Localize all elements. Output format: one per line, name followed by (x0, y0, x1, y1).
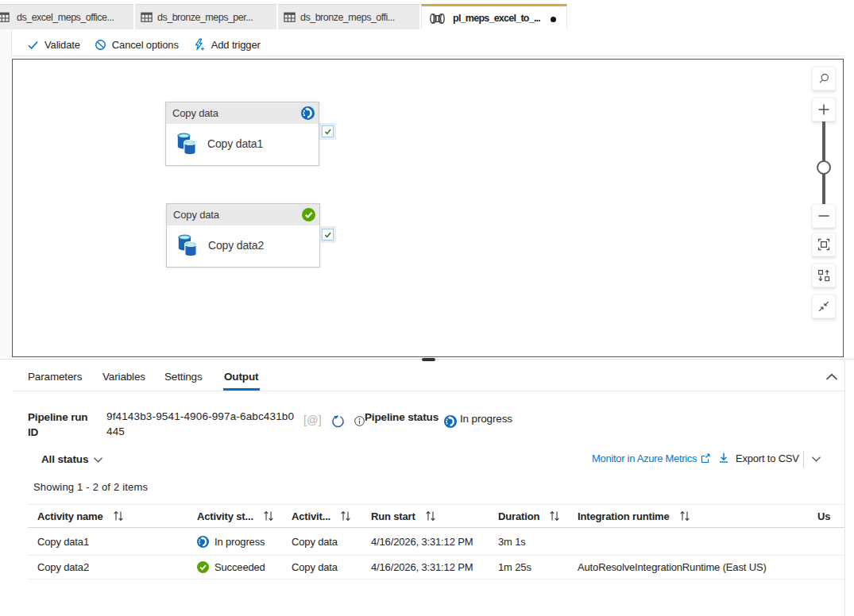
tab-label: ds_excel_meps_office... (17, 12, 114, 23)
tab-variables[interactable]: Variables (102, 371, 145, 383)
validate-button[interactable]: Validate (27, 39, 80, 51)
tab-label: pl_meps_excel_to_... (453, 13, 540, 24)
tab-pl-meps-excel-to-active[interactable]: pl_meps_excel_to_... (421, 4, 567, 30)
cell-activity-name[interactable]: Copy data2 (28, 561, 187, 573)
node-checkbox-copy-data2[interactable] (322, 229, 334, 241)
fit-to-screen-icon (817, 238, 830, 251)
node-body: Copy data2 (167, 225, 319, 267)
validate-check-icon (27, 39, 39, 51)
table-header-row: Activity name Activity st... Activit... … (28, 504, 844, 528)
activity-name-label: Copy data2 (208, 239, 264, 252)
sort-icon[interactable] (340, 510, 351, 522)
tab-ds-bronze-meps-offi[interactable]: ds_bronze_meps_offi... (278, 4, 419, 29)
zoom-in-button[interactable] (812, 98, 836, 121)
panel-right-border (844, 361, 845, 616)
dataset-table-icon (0, 11, 10, 24)
node-header: Copy data (167, 204, 319, 225)
tab-label: ds_bronze_meps_per... (157, 12, 253, 23)
in-progress-status-icon (197, 536, 209, 548)
panel-tabs-divider (12, 391, 844, 391)
status-filter-dropdown[interactable]: All status (41, 453, 88, 465)
zoom-out-button[interactable] (812, 204, 836, 228)
activity-node-copy-data1[interactable]: Copy data Copy data1 (165, 102, 319, 166)
trigger-bolt-icon (193, 38, 206, 52)
dataset-table-icon (141, 11, 153, 24)
copy-run-id-icon[interactable]: [@] (303, 414, 322, 426)
auto-align-icon (817, 269, 830, 282)
col-activity-name[interactable]: Activity name (28, 510, 187, 522)
checkbox-check-icon (324, 231, 332, 239)
refresh-icon[interactable] (331, 414, 345, 428)
copy-data-icon (177, 234, 197, 257)
fit-to-screen-button[interactable] (812, 233, 836, 256)
col-run-start[interactable]: Run start (361, 510, 489, 522)
col-user[interactable]: Us (808, 510, 844, 522)
external-link-icon (700, 453, 710, 464)
cell-integration-runtime: AutoResolveIntegrationRuntime (East US) (568, 561, 808, 573)
cell-activity-type: Copy data (282, 561, 361, 573)
pipeline-run-id-label: Pipeline run ID (28, 410, 95, 440)
cell-duration: 3m 1s (489, 536, 568, 548)
sort-icon[interactable] (679, 510, 690, 522)
cancel-options-button[interactable]: Cancel options (95, 39, 179, 51)
tab-ds-bronze-meps-per[interactable]: ds_bronze_meps_per... (135, 4, 276, 29)
node-body: Copy data1 (166, 124, 319, 165)
auto-align-button[interactable] (812, 264, 836, 287)
col-duration[interactable]: Duration (489, 510, 568, 522)
node-type-label: Copy data (173, 209, 219, 221)
sort-icon[interactable] (263, 510, 274, 522)
node-checkbox-copy-data1[interactable] (322, 125, 334, 137)
tab-parameters[interactable]: Parameters (28, 371, 82, 383)
search-icon (817, 72, 830, 85)
collapse-canvas-button[interactable] (812, 295, 836, 318)
tab-label: ds_bronze_meps_offi... (300, 12, 395, 23)
tab-settings[interactable]: Settings (164, 371, 203, 383)
zoom-slider-knob[interactable] (817, 160, 831, 175)
panel-collapse-chevron-up-icon[interactable] (825, 369, 839, 383)
info-icon (354, 416, 365, 426)
succeeded-status-icon (197, 561, 209, 573)
pipeline-status-label: Pipeline status (365, 411, 439, 423)
node-type-label: Copy data (172, 107, 218, 119)
configuration-panel: Parameters Variables Settings Output Pip… (0, 361, 854, 616)
copy-data-icon (176, 133, 196, 156)
activity-node-copy-data2[interactable]: Copy data Copy data2 (166, 203, 320, 268)
sort-icon[interactable] (425, 510, 436, 522)
unsaved-changes-dot (551, 17, 556, 22)
col-activity-status[interactable]: Activity st... (187, 510, 282, 522)
col-activity-type[interactable]: Activit... (282, 510, 361, 522)
add-trigger-label: Add trigger (211, 39, 261, 51)
node-header: Copy data (166, 102, 319, 124)
chevron-down-icon[interactable] (811, 455, 821, 463)
monitor-in-azure-metrics-link[interactable]: Monitor in Azure Metrics (592, 452, 697, 464)
add-trigger-button[interactable]: Add trigger (193, 38, 261, 52)
col-integration-runtime[interactable]: Integration runtime (568, 510, 808, 522)
table-row[interactable]: Copy data1 In progress Copy data 4/16/20… (28, 528, 844, 556)
in-progress-status-icon (444, 415, 457, 428)
cell-activity-status: In progress (187, 536, 282, 548)
canvas-search-button[interactable] (812, 67, 836, 90)
cell-activity-name[interactable]: Copy data1 (28, 536, 187, 548)
toolbar-separator (803, 451, 804, 468)
activity-name-label: Copy data1 (207, 137, 263, 150)
pipeline-run-id-value: 9f4143b3-9541-4906-997a-6abc431b0445 (106, 409, 296, 439)
cancel-block-icon (95, 39, 106, 51)
export-to-csv-button[interactable]: Export to CSV (736, 452, 799, 464)
sort-icon[interactable] (549, 510, 560, 522)
tab-ds-excel-meps-office[interactable]: ds_excel_meps_office... (0, 4, 133, 29)
chevron-down-icon[interactable] (93, 456, 103, 464)
cell-run-start: 4/16/2026, 3:31:12 PM (361, 536, 489, 548)
items-count-text: Showing 1 - 2 of 2 items (33, 481, 148, 493)
pipeline-canvas[interactable]: Copy data Copy data1 Copy data Copy data… (12, 59, 844, 357)
download-icon[interactable] (718, 452, 729, 464)
pipeline-status-value: In progress (460, 413, 512, 425)
tab-output[interactable]: Output (224, 371, 258, 383)
sort-icon[interactable] (113, 510, 124, 522)
pipeline-icon (430, 13, 445, 24)
pipeline-toolbar: Validate Cancel options Add trigger (11, 29, 844, 56)
dataset-table-icon (284, 11, 296, 24)
cell-duration: 1m 25s (489, 561, 568, 573)
cell-activity-status: Succeeded (187, 561, 282, 573)
left-gutter (0, 29, 11, 356)
table-row[interactable]: Copy data2 Succeeded Copy data 4/16/2026… (28, 556, 844, 579)
